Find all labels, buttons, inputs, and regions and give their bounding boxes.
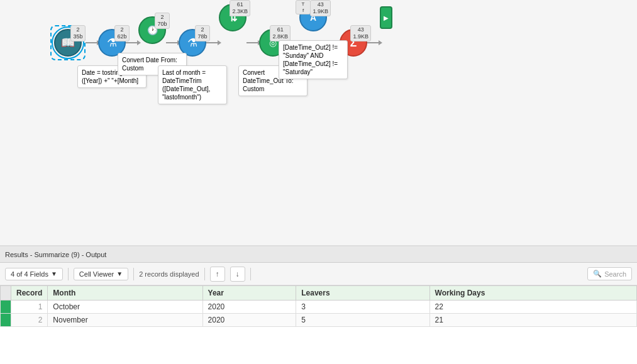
toolbar-separator-1 [68,268,69,280]
row-indicator [1,301,11,314]
results-table: Record Month Year Leavers Working Days 1… [0,285,637,327]
sort-icon[interactable]: ⇅ 61 2.3KB [219,4,246,31]
fields-chevron-down-icon: ▼ [51,270,57,277]
table-body: 1 October 2020 3 22 2 November 2020 5 21 [1,301,637,327]
formula2-tooltip: Last of month = DateTimeTrim ([DateTime_… [158,65,227,104]
col-header-record[interactable]: Record [11,286,48,301]
connector-4 [206,42,219,43]
cell-record-2: 2 [11,314,48,327]
table-header: Record Month Year Leavers Working Days [1,286,637,301]
workflow-row: 📖 2 35b ⚗ 2 62b Date = tostring ([Year])… [50,25,392,60]
cell-working-days-2: 21 [429,314,636,327]
datetime1-icon[interactable]: 🕐 2 70b [138,16,166,44]
col-header-indicator [1,286,11,301]
panel-header: Results - Summarize (9) - Output [0,246,637,263]
records-label: 2 records displayed [139,270,199,278]
cell-month-2: November [48,314,202,327]
search-label: Search [604,270,626,278]
cell-year-1: 2020 [202,301,296,314]
workflow-canvas[interactable]: 📖 2 35b ⚗ 2 62b Date = tostring ([Year])… [0,0,637,245]
append-badge-tf: T f [296,0,311,14]
output-icon[interactable]: ▶ [380,6,392,29]
connector-2 [126,42,138,43]
toolbar-separator-4 [250,268,251,280]
formula1-badge: 2 62b [114,25,130,41]
scroll-up-button[interactable]: ↑ [210,267,225,282]
append-icon[interactable]: A T f 43 1.9KB [299,4,327,31]
scroll-down-button[interactable]: ↓ [230,267,245,282]
row-indicator-2 [1,314,11,327]
formula2-badge: 2 78b [195,25,210,41]
datetime1-badge: 2 70b [155,13,170,29]
connector-1 [86,42,98,43]
up-arrow-icon: ↑ [216,270,219,279]
search-icon: 🔍 [593,270,602,278]
cell-month-1: October [48,301,202,314]
data-table[interactable]: Record Month Year Leavers Working Days 1… [0,285,637,364]
cell-leavers-1: 3 [296,301,429,314]
panel-toolbar: 4 of 4 Fields ▼ Cell Viewer ▼ 2 records … [0,263,637,285]
col-header-leavers[interactable]: Leavers [296,286,429,301]
col-header-working-days[interactable]: Working Days [429,286,636,301]
viewer-dropdown[interactable]: Cell Viewer ▼ [74,268,128,280]
append-badge: 43 1.9KB [310,0,331,16]
input-badge: 2 35b [70,25,86,41]
toolbar-separator-2 [133,268,134,280]
fields-label: 4 of 4 Fields [11,270,48,278]
col-header-month[interactable]: Month [48,286,202,301]
filter-badge: 61 2.8KB [270,25,291,41]
cell-year-2: 2020 [202,314,296,327]
viewer-label: Cell Viewer [79,270,114,278]
node-sort[interactable]: ⇅ 61 2.3KB [219,4,246,31]
cell-record-1: 1 [11,301,48,314]
connector-8 [367,42,380,43]
node-input[interactable]: 📖 2 35b [50,25,86,60]
sort-badge: 61 2.3KB [230,0,250,16]
append-tooltip: [DateTime_Out2] != "Sunday" AND [DateTim… [279,40,348,79]
down-arrow-icon: ↓ [236,270,240,279]
input-icon[interactable]: 📖 2 35b [54,29,82,57]
bottom-panel: Results - Summarize (9) - Output 4 of 4 … [0,245,637,364]
table-row[interactable]: 2 November 2020 5 21 [1,314,637,327]
connector-3 [166,42,179,43]
viewer-chevron-down-icon: ▼ [116,270,123,277]
node-append[interactable]: A T f 43 1.9KB [DateTime_Out2] != "Sunda… [299,4,327,31]
node-datetime1[interactable]: 🕐 2 70b Convert Date From: Custom [138,16,166,44]
cell-working-days-1: 22 [429,301,636,314]
cell-leavers-2: 5 [296,314,429,327]
table-row[interactable]: 1 October 2020 3 22 [1,301,637,314]
panel-title: Results - Summarize (9) - Output [5,251,106,258]
toolbar-separator-3 [204,268,205,280]
node-output[interactable]: ▶ [380,6,392,29]
fields-dropdown[interactable]: 4 of 4 Fields ▼ [5,268,63,280]
col-header-year[interactable]: Year [202,286,296,301]
connector-5 [246,42,259,43]
search-box[interactable]: 🔍 Search [587,267,632,280]
summarize-badge: 43 1.9KB [350,25,371,41]
